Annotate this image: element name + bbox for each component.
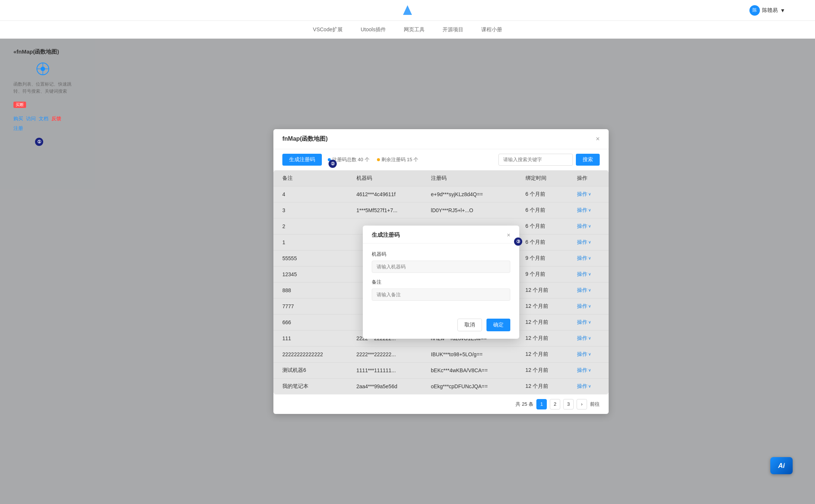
page-btn-2[interactable]: 2 bbox=[550, 399, 560, 409]
cancel-button[interactable]: 取消 bbox=[457, 319, 482, 331]
pagination: 共 25 条 1 2 3 › 前往 bbox=[273, 394, 609, 414]
search-button[interactable]: 搜索 bbox=[576, 154, 600, 166]
panel-header: fnMap(函数地图) × bbox=[273, 129, 609, 149]
generate-code-dialog: ③ 生成注册码 × 机器码 备注 bbox=[363, 226, 519, 339]
search-input[interactable] bbox=[498, 154, 573, 166]
toolbar-info: 注册码总数 40 个 剩余注册码 15 个 bbox=[328, 156, 418, 163]
modal-backdrop: fnMap(函数地图) × 生成注册码 ② 注册码总数 40 个 剩余注册码 1… bbox=[0, 0, 815, 504]
dialog-body: 机器码 备注 bbox=[363, 243, 519, 314]
page-btn-1[interactable]: 1 bbox=[536, 399, 547, 409]
page-jump-label: 前往 bbox=[590, 401, 600, 408]
remain-count: 剩余注册码 15 个 bbox=[377, 156, 419, 163]
machine-code-field: 机器码 bbox=[372, 251, 510, 273]
panel-close-button[interactable]: × bbox=[596, 135, 600, 142]
machine-code-label: 机器码 bbox=[372, 251, 510, 258]
search-area: 搜索 bbox=[498, 154, 600, 166]
page-next[interactable]: › bbox=[577, 399, 587, 409]
annotation-badge-3: ③ bbox=[514, 237, 522, 246]
dialog-close-button[interactable]: × bbox=[507, 232, 510, 239]
machine-code-input[interactable] bbox=[372, 261, 510, 273]
dialog-header: 生成注册码 × bbox=[363, 226, 519, 243]
annotation-badge-2: ② bbox=[329, 160, 337, 168]
total-label: 共 25 条 bbox=[516, 401, 533, 408]
table-container: 备注 机器码 注册码 绑定时间 操作 4 4612***4c49611f e+9… bbox=[273, 170, 609, 394]
main-panel: fnMap(函数地图) × 生成注册码 ② 注册码总数 40 个 剩余注册码 1… bbox=[273, 129, 609, 414]
generate-code-button[interactable]: 生成注册码 bbox=[282, 154, 322, 166]
page-btn-3[interactable]: 3 bbox=[563, 399, 574, 409]
panel-toolbar: 生成注册码 ② 注册码总数 40 个 剩余注册码 15 个 搜索 bbox=[273, 149, 609, 170]
confirm-button[interactable]: 确定 bbox=[486, 319, 510, 331]
dialog-title: 生成注册码 bbox=[372, 232, 400, 239]
remark-label: 备注 bbox=[372, 279, 510, 286]
remark-field: 备注 bbox=[372, 279, 510, 301]
ai-badge[interactable]: Ai bbox=[770, 457, 793, 474]
inner-dialog-overlay: ③ 生成注册码 × 机器码 备注 bbox=[273, 170, 609, 394]
remark-input[interactable] bbox=[372, 288, 510, 301]
panel-title: fnMap(函数地图) bbox=[282, 135, 328, 143]
dialog-footer: 取消 确定 bbox=[363, 314, 519, 339]
